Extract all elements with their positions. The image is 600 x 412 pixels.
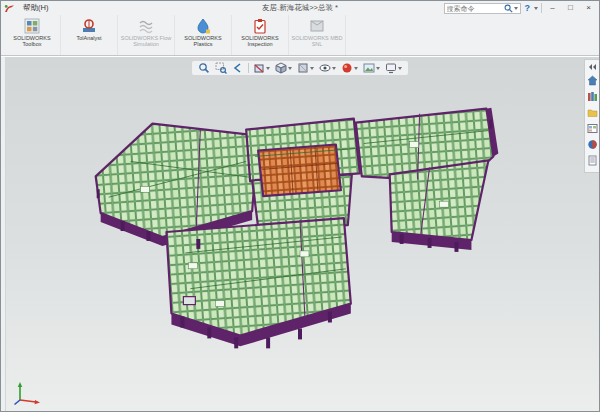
view-palette-icon[interactable] bbox=[587, 123, 598, 134]
inspection-icon bbox=[252, 18, 268, 34]
close-button[interactable]: × bbox=[581, 2, 596, 14]
ribbon-button-label: SOLIDWORKS Plastics bbox=[176, 35, 231, 47]
search-input[interactable] bbox=[447, 5, 503, 12]
zoom-to-fit-icon[interactable] bbox=[197, 62, 211, 74]
view-orientation-icon[interactable] bbox=[274, 62, 293, 74]
titlebar: 帮助(H) 友居.新海花城>>总装 * ? – □ × bbox=[1, 1, 599, 15]
view-settings-icon[interactable] bbox=[384, 62, 403, 74]
minimize-button[interactable]: – bbox=[545, 2, 560, 14]
ribbon: SOLIDWORKS Toolbox TolAnalyst SOLIDWORKS… bbox=[1, 15, 599, 56]
appearances-icon[interactable] bbox=[587, 139, 598, 150]
mbd-icon bbox=[309, 18, 325, 34]
command-search[interactable] bbox=[444, 3, 521, 14]
ribbon-button-inspection[interactable]: SOLIDWORKS Inspection bbox=[232, 15, 289, 55]
edit-appearance-icon[interactable] bbox=[340, 62, 359, 74]
ribbon-button-mbd-snl[interactable]: SOLIDWORKS MBD SNL bbox=[289, 15, 346, 55]
design-library-icon[interactable] bbox=[587, 91, 598, 102]
toolbox-icon bbox=[24, 18, 40, 34]
task-pane-strip bbox=[584, 59, 599, 173]
display-style-icon[interactable] bbox=[296, 62, 315, 74]
edit-appearance-dropdown-icon[interactable] bbox=[354, 67, 358, 70]
file-explorer-icon[interactable] bbox=[587, 107, 598, 118]
plastics-icon bbox=[195, 18, 211, 34]
zoom-to-area-icon[interactable] bbox=[214, 62, 228, 74]
apply-scene-dropdown-icon[interactable] bbox=[376, 67, 380, 70]
titlebar-separator bbox=[541, 3, 542, 13]
resources-home-icon[interactable] bbox=[587, 75, 598, 86]
section-view-dropdown-icon[interactable] bbox=[266, 67, 270, 70]
view-settings-dropdown-icon[interactable] bbox=[398, 67, 402, 70]
model-aluminum-formwork-assembly[interactable] bbox=[1, 57, 599, 411]
x-axis-icon bbox=[35, 400, 40, 404]
apply-scene-icon[interactable] bbox=[362, 62, 381, 74]
display-style-dropdown-icon[interactable] bbox=[310, 67, 314, 70]
y-axis-icon bbox=[18, 382, 22, 387]
headsup-view-toolbar bbox=[191, 60, 409, 76]
hide-show-items-icon[interactable] bbox=[318, 62, 337, 74]
model-core-orange-section bbox=[258, 145, 341, 197]
headsup-separator bbox=[248, 63, 249, 73]
view-orientation-dropdown-icon[interactable] bbox=[288, 67, 292, 70]
model-stair-opening bbox=[183, 297, 195, 305]
hide-show-items-dropdown-icon[interactable] bbox=[332, 67, 336, 70]
solidworks-window: 帮助(H) 友居.新海花城>>总装 * ? – □ × SOLIDWORKS T… bbox=[0, 0, 600, 412]
ribbon-button-label: SOLIDWORKS MBD SNL bbox=[290, 35, 345, 47]
ribbon-button-label: SOLIDWORKS Flow Simulation bbox=[119, 35, 174, 47]
orientation-triad bbox=[11, 378, 45, 406]
tolanalyst-icon bbox=[81, 18, 97, 34]
solidworks-logo-icon bbox=[4, 4, 15, 13]
task-pane-collapse-icon[interactable] bbox=[589, 64, 596, 70]
ribbon-button-plastics[interactable]: SOLIDWORKS Plastics bbox=[175, 15, 232, 55]
ribbon-button-label: TolAnalyst bbox=[62, 35, 117, 41]
model-panel-decks bbox=[96, 109, 494, 336]
previous-view-icon[interactable] bbox=[231, 62, 245, 74]
custom-properties-icon[interactable] bbox=[587, 155, 598, 166]
help-button[interactable]: ? bbox=[524, 3, 532, 13]
ribbon-button-tolanalyst[interactable]: TolAnalyst bbox=[61, 15, 118, 55]
maximize-button[interactable]: □ bbox=[563, 2, 578, 14]
ribbon-button-label: SOLIDWORKS Toolbox bbox=[5, 35, 60, 47]
ribbon-button-label: SOLIDWORKS Inspection bbox=[233, 35, 288, 47]
help-dropdown-icon[interactable] bbox=[534, 7, 538, 10]
ribbon-button-flow-simulation[interactable]: SOLIDWORKS Flow Simulation bbox=[118, 15, 175, 55]
search-dropdown-icon[interactable] bbox=[514, 7, 518, 10]
menu-help[interactable]: 帮助(H) bbox=[18, 3, 53, 13]
section-view-icon[interactable] bbox=[252, 62, 271, 74]
graphics-viewport[interactable] bbox=[1, 56, 599, 411]
ribbon-button-solidworks-toolbox[interactable]: SOLIDWORKS Toolbox bbox=[4, 15, 61, 55]
z-axis-icon bbox=[15, 400, 21, 405]
search-icon bbox=[504, 4, 513, 13]
flow-simulation-icon bbox=[138, 18, 154, 34]
